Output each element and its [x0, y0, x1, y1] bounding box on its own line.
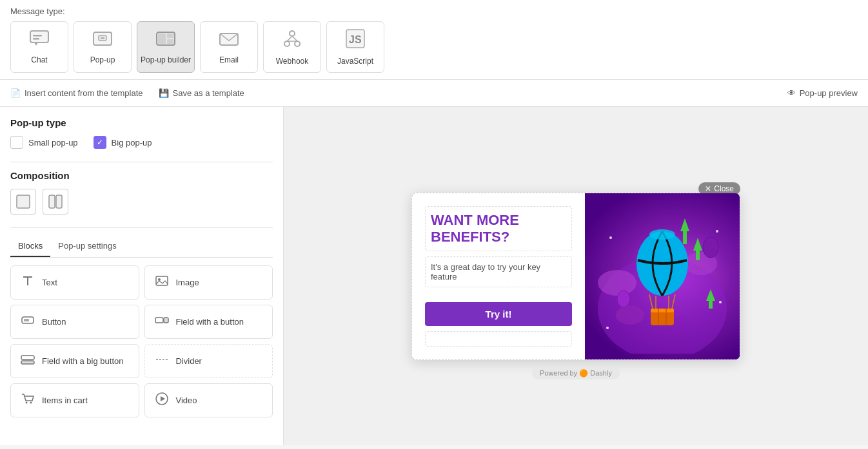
tabs-row: Blocks Pop-up settings [10, 236, 273, 258]
msg-btn-popup-builder[interactable]: Pop-up builder [137, 21, 195, 73]
block-field-big-button[interactable]: Field with a big button [10, 344, 139, 378]
svg-point-36 [598, 270, 636, 296]
small-popup-checkbox[interactable] [10, 136, 23, 149]
popup-preview-container: ✕ Close WANT MORE BENEFITS? It's a great… [411, 193, 740, 360]
svg-rect-18 [49, 195, 55, 208]
msg-btn-webhook[interactable]: Webhook [263, 21, 321, 73]
popup-type-title: Pop-up type [10, 117, 273, 128]
svg-point-57 [719, 301, 722, 303]
popup-subtext: It's a great day to try your key feature [425, 256, 572, 287]
block-field-button[interactable]: Field with a button [144, 305, 273, 339]
svg-point-56 [716, 230, 718, 233]
svg-rect-10 [167, 39, 173, 44]
button-icon [20, 313, 35, 330]
main-layout: Pop-up type Small pop-up Big pop-up Comp… [0, 107, 868, 445]
preview-icon: 👁 [787, 88, 796, 98]
msg-btn-email[interactable]: Email [200, 21, 258, 73]
popup-label: Pop-up [90, 55, 115, 64]
items-cart-icon [20, 392, 35, 409]
svg-point-38 [616, 305, 644, 325]
message-type-buttons: Chat Pop-up Pop [10, 21, 858, 73]
insert-icon: 📄 [10, 88, 21, 98]
svg-rect-0 [30, 31, 48, 43]
svg-marker-34 [161, 396, 165, 401]
email-label: Email [219, 55, 239, 64]
field-button-icon [154, 313, 170, 330]
powered-by-text: Powered by [540, 369, 577, 377]
svg-rect-9 [167, 33, 173, 38]
preview-label: Pop-up preview [800, 88, 858, 98]
svg-point-46 [649, 229, 675, 240]
svg-rect-27 [164, 318, 168, 323]
insert-template-btn[interactable]: 📄 Insert content from the template [10, 88, 143, 98]
javascript-label: JavaScript [337, 57, 373, 66]
small-popup-label: Small pop-up [28, 138, 78, 148]
toolbar: 📄 Insert content from the template 💾 Sav… [0, 80, 868, 107]
block-text[interactable]: Text [10, 265, 139, 300]
msg-btn-javascript[interactable]: JS JavaScript [326, 21, 384, 73]
block-items-cart[interactable]: Items in cart [10, 383, 139, 417]
left-panel: Pop-up type Small pop-up Big pop-up Comp… [0, 107, 284, 445]
svg-point-31 [26, 402, 28, 404]
svg-rect-28 [21, 356, 34, 359]
javascript-icon: JS [345, 28, 366, 53]
block-divider[interactable]: Divider [144, 344, 273, 378]
chat-icon [29, 30, 50, 52]
text-icon [20, 274, 35, 291]
save-template-btn[interactable]: 💾 Save as a template [159, 88, 244, 98]
svg-rect-8 [158, 33, 166, 44]
save-label: Save as a template [173, 88, 244, 98]
block-button-label: Button [42, 317, 66, 327]
message-type-label: Message type: [10, 6, 858, 16]
big-popup-checkbox[interactable] [94, 136, 106, 149]
image-icon [154, 274, 170, 291]
svg-rect-6 [101, 37, 104, 39]
save-icon: 💾 [159, 88, 169, 98]
balloon-illustration [585, 193, 740, 359]
comp-two-col[interactable] [43, 189, 68, 215]
powered-brand: Dashly [590, 369, 612, 377]
small-popup-option[interactable]: Small pop-up [10, 136, 78, 149]
svg-rect-25 [24, 319, 29, 321]
message-type-section: Message type: Chat [0, 0, 868, 80]
webhook-icon [282, 28, 302, 53]
popup-cta-button[interactable]: Try it! [425, 302, 572, 326]
svg-point-58 [606, 327, 609, 329]
msg-btn-popup[interactable]: Pop-up [74, 21, 132, 73]
block-field-big-button-label: Field with a big button [42, 356, 123, 366]
svg-point-43 [703, 237, 718, 258]
video-icon [154, 392, 170, 409]
popup-builder-label: Pop-up builder [141, 55, 191, 64]
divider-icon [154, 352, 170, 370]
tab-popup-settings[interactable]: Pop-up settings [50, 236, 124, 257]
comp-single[interactable] [10, 189, 36, 215]
composition-title: Composition [10, 170, 273, 181]
popup-heading: WANT MORE BENEFITS? [425, 206, 572, 252]
block-image-label: Image [176, 278, 199, 287]
block-image[interactable]: Image [144, 265, 273, 300]
popup-field-placeholder [425, 331, 572, 347]
right-panel: ✕ Close WANT MORE BENEFITS? It's a great… [284, 107, 868, 445]
svg-rect-17 [17, 195, 30, 208]
popup-right-image [585, 193, 740, 359]
insert-label: Insert content from the template [25, 88, 143, 98]
divider-1 [10, 162, 273, 162]
close-x-icon: ✕ [705, 184, 711, 193]
chat-label: Chat [31, 55, 47, 64]
big-popup-option[interactable]: Big pop-up [94, 136, 152, 149]
block-video[interactable]: Video [144, 383, 273, 417]
tab-blocks[interactable]: Blocks [10, 236, 50, 257]
preview-btn[interactable]: 👁 Pop-up preview [787, 88, 858, 98]
block-text-label: Text [42, 278, 57, 287]
svg-rect-29 [21, 361, 34, 364]
svg-point-13 [295, 41, 300, 46]
svg-rect-2 [33, 38, 39, 40]
svg-rect-19 [56, 195, 62, 208]
big-popup-label: Big pop-up [112, 138, 152, 148]
msg-btn-chat[interactable]: Chat [10, 21, 68, 73]
block-button[interactable]: Button [10, 305, 139, 339]
svg-point-14 [290, 31, 295, 36]
popup-card: WANT MORE BENEFITS? It's a great day to … [411, 193, 740, 360]
email-icon [219, 30, 239, 52]
popup-builder-icon [155, 30, 176, 52]
